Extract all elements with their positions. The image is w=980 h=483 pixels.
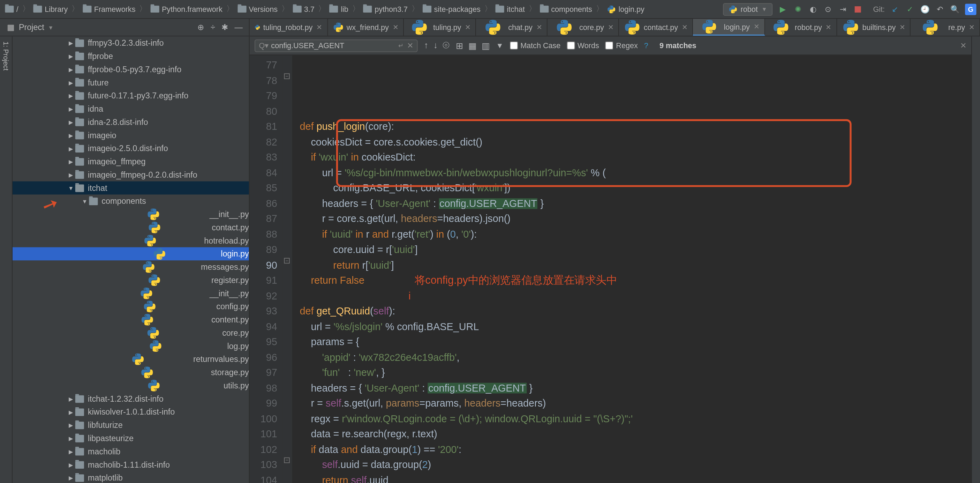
- find-prev-icon[interactable]: ↑: [424, 40, 428, 51]
- editor-tab[interactable]: chat.py✕: [476, 19, 547, 36]
- project-tree[interactable]: ➚ ▶ffmpy3-0.2.3.dist-info▶ffprobe▶ffprob…: [13, 36, 250, 483]
- select-next-occ-icon[interactable]: ▥: [482, 40, 490, 51]
- words-checkbox[interactable]: Words: [567, 41, 599, 50]
- close-tab-icon[interactable]: ✕: [969, 23, 974, 32]
- run-config-selector[interactable]: robot ▼: [723, 3, 773, 15]
- git-commit-icon[interactable]: ✓: [905, 4, 915, 14]
- tree-row[interactable]: ▶idna: [13, 102, 249, 115]
- breadcrumb-item[interactable]: /: [4, 5, 20, 13]
- profile-icon[interactable]: ⊙: [823, 4, 833, 14]
- tree-row[interactable]: content.py: [13, 313, 249, 326]
- tree-row[interactable]: ▶macholib: [13, 445, 249, 458]
- breadcrumb-item[interactable]: Python.framework: [149, 5, 224, 13]
- tree-row[interactable]: login.py: [13, 247, 249, 260]
- find-input[interactable]: [271, 41, 396, 50]
- close-tab-icon[interactable]: ✕: [393, 23, 398, 32]
- editor-tab[interactable]: tuling_robot.py✕: [250, 19, 328, 36]
- chevron-icon[interactable]: ▶: [68, 132, 74, 138]
- code-content[interactable]: def push_login(core): cookiesDict = core…: [292, 55, 971, 483]
- chevron-icon[interactable]: ▶: [68, 422, 74, 428]
- attach-icon[interactable]: ⇥: [838, 4, 848, 14]
- code-line[interactable]: headers = { 'User-Agent' : config.USER_A…: [299, 380, 971, 396]
- breadcrumb-item[interactable]: lib: [328, 5, 350, 13]
- code-line[interactable]: data = re.search(regx, r.text): [299, 427, 971, 442]
- fold-toggle-icon[interactable]: −: [284, 258, 290, 263]
- breadcrumb-item[interactable]: Library: [32, 5, 69, 13]
- chevron-icon[interactable]: ▼: [82, 198, 88, 204]
- chevron-icon[interactable]: ▼: [68, 185, 74, 191]
- editor-tab[interactable]: core.py✕: [547, 19, 619, 36]
- fold-toggle-icon[interactable]: −: [284, 73, 290, 78]
- code-line[interactable]: url = '%s/jslogin' % config.BASE_URL: [299, 319, 971, 334]
- code-line[interactable]: if 'uuid' in r and r.get('ret') in (0, '…: [299, 227, 971, 242]
- code-line[interactable]: r = self.s.get(url, params=params, heade…: [299, 396, 971, 411]
- tree-row[interactable]: contact.py: [13, 221, 249, 234]
- chevron-icon[interactable]: ▶: [68, 396, 74, 402]
- tree-row[interactable]: register.py: [13, 274, 249, 287]
- chevron-icon[interactable]: ▶: [68, 409, 74, 415]
- collapse-icon[interactable]: ÷: [211, 23, 215, 32]
- debug-icon[interactable]: ✺: [793, 4, 803, 14]
- code-area[interactable]: 7778798081828384858687888990919293949596…: [250, 55, 971, 483]
- find-select-all-icon[interactable]: ⦾: [442, 40, 450, 51]
- tree-row[interactable]: ▶macholib-1.11.dist-info: [13, 458, 249, 472]
- translate-icon[interactable]: G: [965, 3, 976, 15]
- close-tab-icon[interactable]: ✕: [826, 23, 831, 32]
- stop-icon[interactable]: [853, 4, 863, 14]
- code-line[interactable]: r = core.s.get(url, headers=headers).jso…: [299, 212, 971, 227]
- filter-icon[interactable]: ▼: [496, 41, 503, 50]
- code-line[interactable]: [299, 104, 971, 120]
- tree-row[interactable]: config.py: [13, 300, 249, 313]
- code-line[interactable]: regx = r'window.QRLogin.code = (\d+); wi…: [299, 411, 971, 427]
- code-line[interactable]: core.uuid = r['uuid']: [299, 242, 971, 258]
- tree-row[interactable]: hotreload.py: [13, 234, 249, 247]
- coverage-icon[interactable]: ◐: [808, 4, 818, 14]
- settings-icon[interactable]: ✱: [221, 23, 228, 32]
- tree-row[interactable]: ▶libpasteurize: [13, 432, 249, 445]
- breadcrumb-item[interactable]: login.py: [606, 5, 646, 13]
- tree-row[interactable]: ▶imageio-2.5.0.dist-info: [13, 142, 249, 155]
- editor-tab[interactable]: builtins.py✕: [837, 19, 911, 36]
- tree-row[interactable]: ▶imageio: [13, 129, 249, 142]
- code-line[interactable]: return False 将config.py中的浏览器信息放置在请求头中: [299, 273, 971, 288]
- chevron-icon[interactable]: ▶: [68, 475, 74, 481]
- breadcrumb-item[interactable]: components: [538, 5, 593, 13]
- close-tab-icon[interactable]: ✕: [608, 23, 614, 32]
- find-next-icon[interactable]: ↓: [433, 40, 438, 51]
- editor-tab[interactable]: login.py✕: [693, 19, 765, 36]
- code-line[interactable]: return self.uuid: [299, 473, 971, 483]
- code-line[interactable]: return r['uuid']: [299, 258, 971, 273]
- close-tab-icon[interactable]: ✕: [754, 23, 759, 31]
- find-history-icon[interactable]: ↵: [398, 42, 403, 49]
- tree-row[interactable]: ▶ffprobe: [13, 49, 249, 63]
- chevron-icon[interactable]: ▶: [68, 461, 74, 468]
- git-revert-icon[interactable]: ↶: [935, 4, 945, 14]
- editor-tab[interactable]: wx_friend.py✕: [328, 19, 404, 36]
- editor-tab[interactable]: tuling.py✕: [404, 19, 476, 36]
- rail-project[interactable]: 1: Project: [2, 41, 10, 71]
- close-tab-icon[interactable]: ✕: [899, 23, 905, 32]
- breadcrumb-item[interactable]: Versions: [236, 5, 278, 13]
- find-close-icon[interactable]: ✕: [960, 41, 966, 50]
- breadcrumb-item[interactable]: Frameworks: [82, 5, 137, 13]
- tree-row[interactable]: ▶kiwisolver-1.0.1.dist-info: [13, 405, 249, 419]
- code-line[interactable]: headers = { 'User-Agent' : config.USER_A…: [299, 196, 971, 212]
- tree-row[interactable]: ▶libfuturize: [13, 418, 249, 432]
- chevron-icon[interactable]: ▶: [68, 448, 74, 455]
- search-icon[interactable]: 🔍: [950, 4, 960, 14]
- editor-tab[interactable]: contact.py✕: [619, 19, 693, 36]
- fold-column[interactable]: −−−: [282, 55, 292, 483]
- breadcrumb-item[interactable]: site-packages: [422, 5, 482, 13]
- chevron-icon[interactable]: ▶: [68, 40, 74, 46]
- editor-tab[interactable]: robot.py✕: [765, 19, 837, 36]
- code-line[interactable]: 'appid' : 'wx782c26e4c19acffb',: [299, 350, 971, 365]
- add-selection-icon[interactable]: ⊞: [456, 40, 463, 51]
- tree-row[interactable]: ▶matplotlib: [13, 471, 249, 483]
- breadcrumb-item[interactable]: itchat: [494, 5, 526, 13]
- close-tab-icon[interactable]: ✕: [682, 23, 687, 32]
- code-line[interactable]: if data and data.group(1) == '200':: [299, 442, 971, 457]
- tree-row[interactable]: ▶future-0.17.1-py3.7.egg-info: [13, 89, 249, 102]
- find-clear-icon[interactable]: ✕: [407, 41, 413, 50]
- match-case-checkbox[interactable]: Match Case: [510, 41, 561, 50]
- breadcrumb-item[interactable]: python3.7: [362, 5, 409, 13]
